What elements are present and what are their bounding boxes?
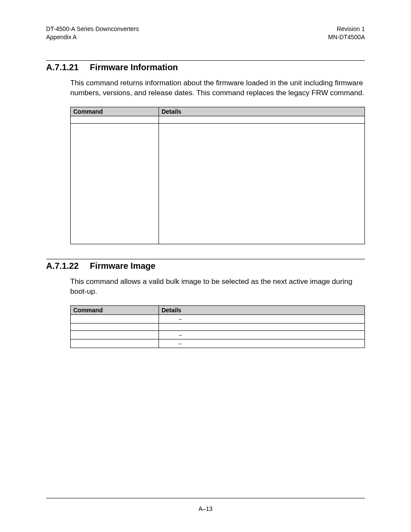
section-number: A.7.1.21: [46, 62, 79, 72]
table-row: –: [71, 314, 365, 323]
footer-rule: [46, 498, 365, 498]
section-number: A.7.1.22: [46, 261, 79, 271]
section-heading-firmware-information: A.7.1.21 Firmware Information: [46, 62, 365, 72]
header-right-line1: Revision 1: [328, 25, 365, 33]
table-cell-details: [159, 123, 364, 244]
table-cell-details: –: [159, 330, 364, 339]
header-right: Revision 1 MN-DT4500A: [328, 25, 365, 41]
table-cell-command: [71, 330, 159, 339]
header-left-line1: DT-4500-A Series Downconverters: [46, 25, 139, 33]
page-number: A–13: [0, 505, 411, 512]
section2-table: Command Details – – –: [70, 305, 365, 348]
section-title: Firmware Image: [90, 261, 156, 271]
running-header: DT-4500-A Series Downconverters Appendix…: [46, 25, 365, 41]
table-cell-details: –: [159, 314, 364, 323]
table-cell-command: [71, 323, 159, 330]
section2-paragraph: This command allows a valid bulk image t…: [70, 277, 365, 297]
table-header-details: Details: [159, 107, 364, 116]
table-cell-command: [71, 123, 159, 244]
header-left-line2: Appendix A: [46, 33, 139, 41]
document-page: DT-4500-A Series Downconverters Appendix…: [0, 0, 411, 532]
section-rule: [46, 60, 365, 61]
table-cell-details: [159, 116, 364, 123]
section1-table: Command Details: [70, 107, 365, 244]
table-header-row: Command Details: [71, 107, 365, 116]
table-cell-command: [71, 116, 159, 123]
section1-paragraph: This command returns information about t…: [70, 78, 365, 98]
header-right-line2: MN-DT4500A: [328, 33, 365, 41]
section-rule: [46, 259, 365, 259]
table-cell-command: [71, 339, 159, 348]
header-left: DT-4500-A Series Downconverters Appendix…: [46, 25, 139, 41]
table-header-command: Command: [71, 305, 159, 314]
table-row: [71, 116, 365, 123]
section-title: Firmware Information: [90, 62, 178, 72]
table-row: [71, 323, 365, 330]
table-cell-details: [159, 323, 364, 330]
table-header-command: Command: [71, 107, 159, 116]
table-header-row: Command Details: [71, 305, 365, 314]
section-heading-firmware-image: A.7.1.22 Firmware Image: [46, 261, 365, 271]
table-row: [71, 123, 365, 244]
table-header-details: Details: [159, 305, 364, 314]
table-row: –: [71, 339, 365, 348]
table-cell-command: [71, 314, 159, 323]
table-cell-details: –: [159, 339, 364, 348]
table-row: –: [71, 330, 365, 339]
